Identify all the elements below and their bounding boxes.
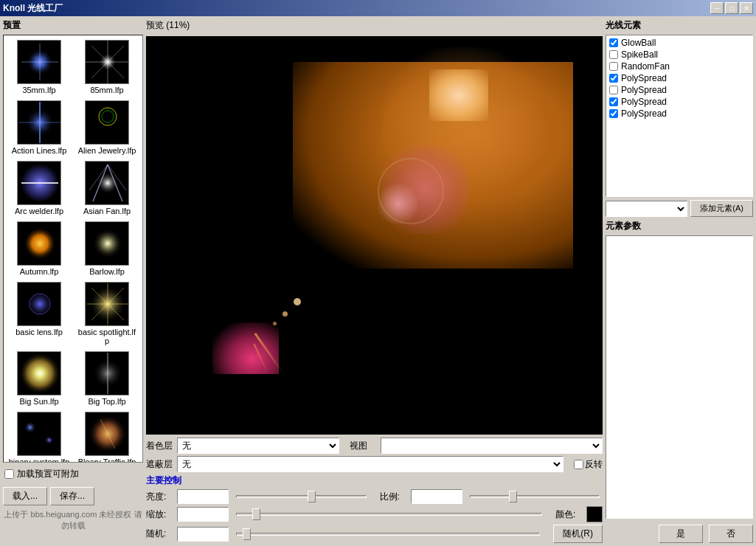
preset-name: 85mm.lfp <box>90 86 123 94</box>
mask-layer-select[interactable]: 无 <box>177 456 563 472</box>
preset-thumb-svg <box>18 221 60 266</box>
element-checkbox-glowball[interactable] <box>609 38 618 47</box>
element-item-spikeball[interactable]: SpikeBall <box>608 49 751 61</box>
scale-slider-thumb[interactable] <box>509 491 517 502</box>
element-checkbox-polyspread3[interactable] <box>609 97 618 106</box>
preset-item[interactable]: binary system.lfp <box>7 410 72 463</box>
cancel-button[interactable]: 否 <box>709 525 753 543</box>
svg-point-22 <box>93 229 122 258</box>
preset-name: basic spotlight.lfp <box>76 328 138 345</box>
preset-name: basic lens.lfp <box>15 328 63 336</box>
element-name-spikeball: SpikeBall <box>621 49 658 60</box>
preset-item[interactable]: Big Top.lfp <box>74 350 139 407</box>
zoom-slider[interactable] <box>236 513 542 516</box>
add-element-select[interactable] <box>606 201 687 217</box>
preset-item[interactable]: 85mm.lfp <box>74 38 139 96</box>
preset-item[interactable]: Asian Fan.lfp <box>74 159 139 217</box>
color-layer-select[interactable]: 无 <box>177 438 339 454</box>
preset-thumb-svg <box>18 40 60 84</box>
preset-thumb-svg <box>86 282 128 326</box>
preset-thumb-svg <box>86 351 128 395</box>
preset-thumb <box>85 161 129 205</box>
preset-thumb-svg <box>18 412 60 456</box>
center-panel: 预览 (11%) <box>146 19 603 543</box>
preset-name: Big Top.lfp <box>88 397 125 406</box>
preset-thumb <box>85 100 129 145</box>
random-slider[interactable] <box>236 533 540 536</box>
random-row: 随机: 0 随机(R) <box>146 525 603 543</box>
zoom-label: 缩放: <box>146 508 173 521</box>
maximize-button[interactable]: □ <box>725 2 738 14</box>
scale-slider[interactable] <box>470 495 600 498</box>
title-bar: Knoll 光线工厂 ─ □ ✕ <box>0 0 756 16</box>
preset-item[interactable]: Arc welder.lfp <box>7 159 72 217</box>
element-item-glowball[interactable]: GlowBall <box>608 37 751 49</box>
element-checkbox-polyspread4[interactable] <box>609 109 618 118</box>
save-button[interactable]: 保存... <box>50 487 94 505</box>
random-slider-thumb[interactable] <box>243 528 251 540</box>
brightness-scale-row: 亮度: 130.24 比例: 1.00 <box>146 489 603 504</box>
preset-item[interactable]: basic spotlight.lfp <box>74 280 139 347</box>
preview-canvas <box>146 36 603 435</box>
minimize-button[interactable]: ─ <box>710 2 724 14</box>
add-element-row: 添加元素(A) <box>606 200 753 217</box>
zoom-slider-thumb[interactable] <box>252 508 260 520</box>
presets-area[interactable]: 35mm.lfp <box>3 35 143 463</box>
ok-button[interactable]: 是 <box>659 525 703 543</box>
preset-thumb <box>85 351 129 395</box>
element-item-polyspread3[interactable]: PolySpread <box>608 96 751 108</box>
zoom-color-row: 缩放: 0.11 颜色: <box>146 506 603 522</box>
element-checkbox-polyspread1[interactable] <box>609 74 618 83</box>
preset-item[interactable]: Autumn.lfp <box>7 220 72 277</box>
invert-checkbox[interactable] <box>574 460 583 469</box>
preset-thumb <box>85 412 129 456</box>
element-item-polyspread4[interactable]: PolySpread <box>608 108 751 120</box>
element-checkbox-polyspread2[interactable] <box>609 86 618 94</box>
left-panel: 预置 <box>3 19 143 543</box>
element-checkbox-randomfan[interactable] <box>609 62 618 71</box>
element-params-title: 元素参数 <box>606 220 753 232</box>
randomize-button[interactable]: 随机(R) <box>553 525 603 543</box>
element-item-polyspread2[interactable]: PolySpread <box>608 84 751 96</box>
brightness-input[interactable]: 130.24 <box>177 489 229 504</box>
mask-layer-row: 遮蔽层 无 反转 <box>146 456 603 472</box>
color-swatch[interactable] <box>586 506 603 522</box>
zoom-input[interactable]: 0.11 <box>177 507 229 522</box>
random-input[interactable]: 0 <box>177 527 229 542</box>
preset-name: Autumn.lfp <box>20 267 59 276</box>
element-name-polyspread2: PolySpread <box>621 85 667 95</box>
view-select[interactable] <box>381 438 603 454</box>
preset-item[interactable]: Big Sun.lfp <box>7 350 72 407</box>
preset-item[interactable]: Action Lines.lfp <box>7 99 72 156</box>
brightness-slider[interactable] <box>236 495 367 498</box>
preset-name: Alien Jewelry.lfp <box>78 146 136 155</box>
load-button[interactable]: 载入... <box>3 487 47 505</box>
preset-thumb <box>17 40 61 84</box>
preset-thumb <box>17 100 61 145</box>
element-item-randomfan[interactable]: RandomFan <box>608 61 751 72</box>
title-bar-buttons: ─ □ ✕ <box>710 2 753 14</box>
preset-item[interactable]: basic lens.lfp <box>7 280 72 347</box>
preset-name: Arc welder.lfp <box>15 207 63 215</box>
preset-thumb <box>85 282 129 326</box>
element-params-area <box>606 235 753 519</box>
presets-label: 预置 <box>3 19 143 32</box>
preset-item[interactable]: 35mm.lfp <box>7 38 72 96</box>
preset-item[interactable]: Barlow.lfp <box>74 220 139 277</box>
preset-item[interactable]: Alien Jewelry.lfp <box>74 99 139 156</box>
scale-input[interactable]: 1.00 <box>411 489 462 504</box>
load-preset-checkbox[interactable] <box>4 469 14 479</box>
flare-hotspot-main <box>429 69 488 121</box>
element-name-polyspread1: PolySpread <box>621 73 667 83</box>
element-checkbox-spikeball[interactable] <box>609 50 618 59</box>
preset-thumb <box>85 40 129 84</box>
preset-item[interactable]: Bleary Traffic.lfp <box>74 410 139 463</box>
element-item-polyspread1[interactable]: PolySpread <box>608 72 751 84</box>
preset-thumb <box>85 221 129 266</box>
close-button[interactable]: ✕ <box>740 2 753 14</box>
brightness-slider-thumb[interactable] <box>308 491 316 502</box>
add-element-button[interactable]: 添加元素(A) <box>690 200 753 217</box>
flare-dot-1 <box>294 298 301 305</box>
controls-area: 着色层 无 视图 遮蔽层 无 反转 <box>146 438 603 543</box>
preset-name: Bleary Traffic.lfp <box>78 457 136 463</box>
